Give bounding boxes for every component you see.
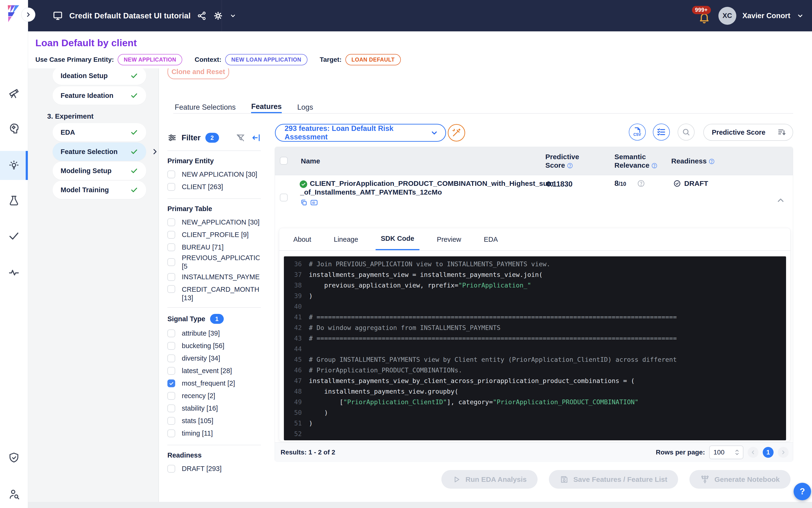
detail-tab-about[interactable]: About (288, 228, 316, 251)
generate-notebook-button[interactable]: Generate Notebook (689, 470, 791, 489)
filter-option[interactable]: CREDIT_CARD_MONTHLY_B [13] (167, 283, 261, 302)
run-eda-analysis-button[interactable]: Run EDA Analysis (441, 470, 538, 489)
save-features-feature-list-button[interactable]: Save Features / Feature List (549, 470, 678, 489)
column-readiness[interactable]: Readiness (671, 157, 715, 165)
notifications-button[interactable]: 999+ (697, 6, 712, 25)
checkbox[interactable] (167, 417, 175, 425)
filter-option[interactable]: recency [2] (167, 390, 261, 402)
magic-wand-button[interactable] (448, 124, 465, 141)
chevron-down-icon[interactable] (229, 12, 236, 19)
tab-feature-selections[interactable]: Feature Selections (175, 101, 235, 114)
checkbox[interactable] (167, 273, 175, 281)
sidebar-item-shield-check-icon[interactable] (0, 446, 28, 469)
column-semantic-relevance[interactable]: Semantic Relevance (615, 153, 658, 170)
row-checkbox[interactable] (280, 194, 288, 201)
checkbox[interactable] (167, 218, 175, 226)
stepnav-item-model-training[interactable]: Model Training (53, 181, 146, 199)
next-page-button[interactable] (778, 447, 788, 458)
user-avatar[interactable]: XC (718, 7, 736, 25)
tab-features[interactable]: Features (251, 101, 281, 114)
filter-option[interactable]: most_frequent [2] (167, 377, 261, 390)
checkbox[interactable] (167, 379, 175, 387)
sidebar-item-telescope-icon[interactable] (0, 82, 28, 104)
help-circle-icon[interactable] (637, 179, 645, 187)
checkbox[interactable] (167, 405, 175, 412)
app-logo-icon[interactable] (4, 3, 24, 25)
checkbox[interactable] (167, 171, 175, 178)
checkbox[interactable] (167, 392, 175, 400)
filter-option[interactable]: CLIENT [263] (167, 181, 261, 193)
feature-name[interactable]: CLIENT_PriorApplication_PRODUCT_COMBINAT… (310, 179, 554, 197)
rows-per-page-input[interactable]: 100 (709, 446, 743, 459)
collapse-row-chevron-icon[interactable] (776, 196, 785, 205)
stepper-icon[interactable] (734, 449, 740, 456)
filter-option[interactable]: stability [16] (167, 402, 261, 415)
user-menu-chevron-icon[interactable] (797, 12, 804, 19)
help-button[interactable]: ? (794, 483, 811, 500)
sidebar-item-flask-icon[interactable] (0, 189, 28, 212)
help-circle-icon[interactable] (651, 163, 658, 169)
filter-option[interactable]: timing [11] (167, 427, 261, 439)
detail-tab-sdk-code[interactable]: SDK Code (375, 228, 419, 251)
filter-option[interactable]: bucketing [56] (167, 340, 261, 352)
filter-title: Filter (182, 133, 200, 142)
sidebar-item-user-search-icon[interactable] (0, 483, 28, 505)
filter-option[interactable]: PREVIOUS_APPLICATION [5 (167, 254, 261, 271)
checkbox[interactable] (167, 231, 175, 239)
share-icon[interactable] (197, 11, 207, 21)
page-number-button[interactable]: 1 (763, 447, 774, 458)
checkbox[interactable] (167, 429, 175, 437)
detail-tab-preview[interactable]: Preview (432, 228, 466, 251)
feature-checklist-button[interactable] (653, 124, 670, 140)
help-circle-icon[interactable] (567, 163, 573, 169)
stepnav-item-ideation-setup[interactable]: Ideation Setup (53, 69, 146, 85)
checkbox[interactable] (167, 183, 175, 191)
sidebar-item-lightbulb-icon[interactable] (0, 151, 28, 180)
filter-option[interactable]: stats [105] (167, 415, 261, 427)
stepnav-item-modeling-setup[interactable]: Modeling Setup (53, 162, 146, 180)
select-all-checkbox[interactable] (280, 157, 288, 165)
checkbox[interactable] (167, 330, 175, 337)
search-button[interactable] (678, 124, 694, 140)
checkbox[interactable] (167, 243, 175, 251)
id-badge-icon[interactable]: ID (310, 199, 318, 206)
filter-option[interactable]: BUREAU [71] (167, 241, 261, 254)
filter-option[interactable]: diversity [34] (167, 352, 261, 365)
gear-icon[interactable] (213, 11, 223, 21)
collapse-panel-icon[interactable] (251, 133, 261, 142)
checkbox[interactable] (167, 285, 175, 293)
sidebar-expand-button[interactable] (21, 7, 35, 22)
checkbox[interactable] (167, 258, 175, 266)
filter-option[interactable]: attribute [39] (167, 327, 261, 340)
filter-option[interactable]: CLIENT_PROFILE [9] (167, 228, 261, 241)
stepnav-section-label: 3. Experiment (47, 112, 94, 120)
clear-filter-icon[interactable] (236, 133, 245, 142)
tab-logs[interactable]: Logs (297, 101, 313, 114)
column-name[interactable]: Name (301, 157, 320, 165)
detail-tab-lineage[interactable]: Lineage (329, 228, 363, 251)
sort-select[interactable]: Predictive Score (703, 124, 793, 141)
clone-and-reset-button[interactable]: Clone and Reset (167, 69, 229, 79)
sdk-code-block[interactable]: 36# Join PREVIOUS_APPLICATION view to IN… (284, 256, 786, 440)
copy-icon[interactable] (300, 199, 308, 206)
target-badge: LOAN DEFAULT (346, 54, 401, 65)
stepnav-item-feature-selection[interactable]: Feature Selection (53, 142, 146, 161)
download-csv-button[interactable]: CSV (629, 124, 646, 140)
sidebar-item-activity-icon[interactable] (0, 261, 28, 284)
sidebar-item-ai-brain-icon[interactable] (0, 117, 28, 140)
column-predictive-score[interactable]: Predictive Score (545, 153, 579, 170)
filter-option[interactable]: NEW_APPLICATION [30] (167, 216, 261, 228)
prev-page-button[interactable] (748, 447, 759, 458)
filter-option[interactable]: NEW APPLICATION [30] (167, 168, 261, 181)
checkbox[interactable] (167, 367, 175, 375)
filter-option[interactable]: latest_event [28] (167, 365, 261, 377)
filter-option[interactable]: INSTALLMENTS_PAYMENTS (167, 271, 261, 283)
sidebar-item-check-icon[interactable] (0, 224, 28, 247)
help-circle-icon[interactable] (709, 158, 715, 165)
detail-tab-eda[interactable]: EDA (479, 228, 503, 251)
stepnav-item-feature-ideation[interactable]: Feature Ideation (53, 86, 146, 105)
checkbox[interactable] (167, 354, 175, 362)
feature-list-dropdown[interactable]: 293 features: Loan Default Risk Assessme… (275, 124, 446, 142)
checkbox[interactable] (167, 342, 175, 350)
stepnav-item-eda[interactable]: EDA (53, 123, 146, 141)
